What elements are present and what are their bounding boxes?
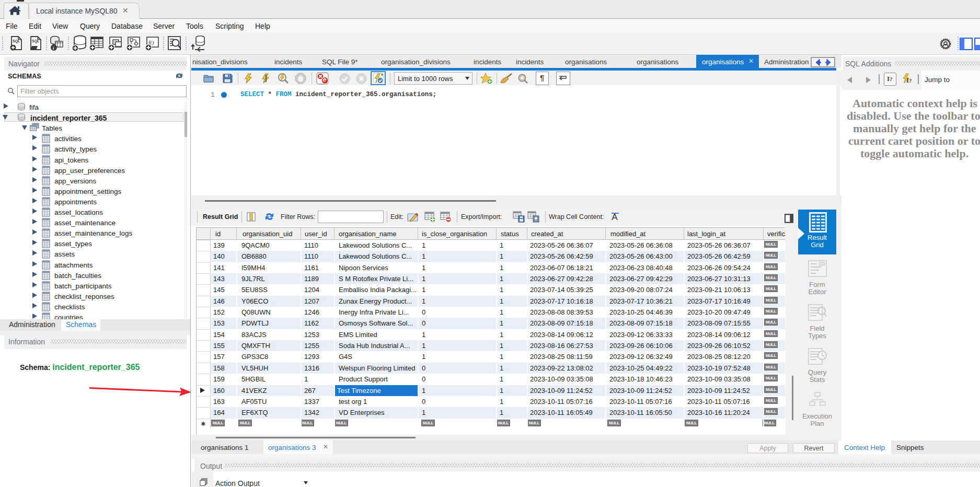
svg-text:SQL: SQL: [13, 39, 20, 43]
svg-text:SQL: SQL: [32, 39, 40, 43]
